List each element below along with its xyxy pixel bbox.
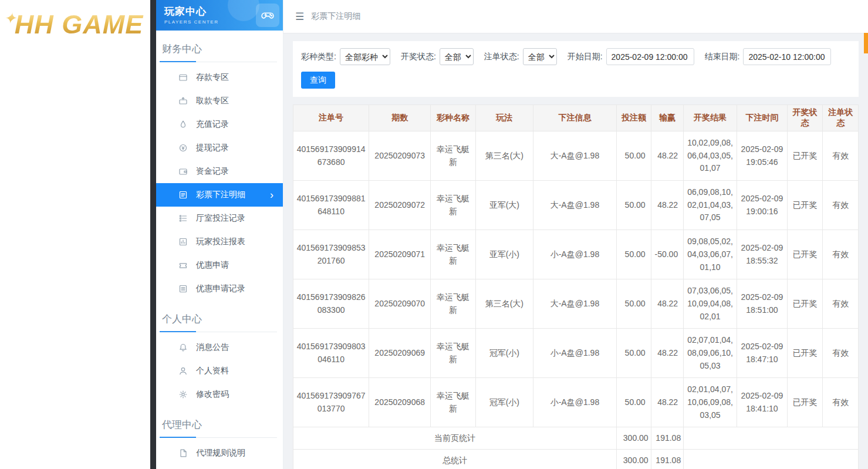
cell-amount: 50.00 — [617, 230, 651, 279]
sidebar-item-label: 提现记录 — [196, 143, 229, 153]
sidebar-nav: 财务中心存款专区取款专区充值记录提现记录资金记录彩票下注明细›厅室投注记录玩家投… — [156, 38, 283, 469]
divider-strip — [150, 0, 156, 469]
player-report-icon — [178, 237, 188, 247]
cell-play: 冠军(小) — [475, 378, 533, 427]
doc-icon — [178, 448, 188, 458]
cell-amount: 50.00 — [617, 329, 651, 378]
logo-area: ✦HH GAME — [0, 0, 150, 469]
recharge-icon — [178, 120, 188, 129]
filter-row: 彩种类型: 全部彩种 开奖状态: 全部 注单状态: 全部 开始日期: 结束日期: — [301, 48, 850, 65]
column-header: 注单号 — [293, 105, 369, 131]
total-summary-row: 总统计300.00191.08 — [293, 450, 859, 469]
table-row: 40156917390988164811020250209072幸运飞艇新亚军(… — [293, 181, 859, 230]
column-header: 下注时间 — [737, 105, 788, 131]
sidebar-item-player-report[interactable]: 玩家投注报表 — [156, 230, 283, 254]
cell-winloss: 48.22 — [651, 329, 684, 378]
app: ✦HH GAME 玩家中心 PLAYERS CENTER 财务中心存款专区取款专… — [0, 0, 868, 469]
topbar: ☰ 彩票下注明细 — [283, 0, 868, 33]
sidebar-item-lottery-detail[interactable]: 彩票下注明细› — [156, 183, 283, 207]
cell-result: 07,03,06,05,10,09,04,08,02,01 — [684, 279, 737, 329]
cell-order_status: 有效 — [823, 279, 859, 329]
sidebar-item-promo-apply[interactable]: 优惠申请 — [156, 254, 283, 277]
search-button[interactable]: 查询 — [301, 72, 335, 89]
column-header: 下注信息 — [533, 105, 616, 131]
cell-result: 06,09,08,10,02,01,04,03,07,05 — [684, 181, 737, 230]
cell-period: 20250209071 — [369, 230, 431, 279]
summary-label: 当前页统计 — [293, 427, 617, 450]
side-widget[interactable] — [864, 33, 868, 53]
user-icon — [178, 366, 188, 376]
sidebar-item-doc[interactable]: 代理规则说明 — [156, 441, 283, 465]
cell-winloss: 48.22 — [651, 131, 684, 181]
table-header-row: 注单号期数彩种名称玩法下注信息投注额输赢开奖结果下注时间开奖状态注单状态 — [293, 105, 859, 131]
summary-bet-total: 300.00 — [617, 450, 651, 469]
sidebar-item-label: 修改密码 — [196, 389, 229, 400]
column-header: 投注额 — [617, 105, 651, 131]
summary-empty — [684, 427, 859, 450]
cell-time: 2025-02-09 18:41:10 — [737, 378, 788, 427]
column-header: 玩法 — [475, 105, 533, 131]
section-title: 财务中心 — [160, 38, 277, 62]
cell-amount: 50.00 — [617, 181, 651, 230]
sidebar: 玩家中心 PLAYERS CENTER 财务中心存款专区取款专区充值记录提现记录… — [156, 0, 283, 469]
cell-order_no: 401569173909881648110 — [293, 181, 369, 230]
gear-icon — [178, 390, 188, 399]
start-date-input[interactable] — [606, 48, 694, 65]
order-status-select[interactable]: 全部 — [523, 48, 557, 65]
sidebar-item-recharge[interactable]: 充值记录 — [156, 113, 283, 136]
bets-table: 注单号期数彩种名称玩法下注信息投注额输赢开奖结果下注时间开奖状态注单状态 401… — [293, 104, 859, 469]
cell-order_no: 401569173909914673680 — [293, 131, 369, 181]
sidebar-item-label: 厅室投注记录 — [196, 213, 245, 224]
cell-order_no: 401569173909767013770 — [293, 378, 369, 427]
cell-time: 2025-02-09 18:51:00 — [737, 279, 788, 329]
cell-lottery: 幸运飞艇新 — [431, 378, 476, 427]
sidebar-item-bell[interactable]: 消息公告 — [156, 336, 283, 359]
end-date-input[interactable] — [743, 48, 831, 65]
cell-play: 亚军(小) — [475, 230, 533, 279]
cell-draw_status: 已开奖 — [787, 378, 823, 427]
start-date-label: 开始日期: — [568, 52, 603, 62]
summary-bet-total: 300.00 — [617, 427, 651, 450]
cell-time: 2025-02-09 19:00:16 — [737, 181, 788, 230]
section-title: 个人中心 — [160, 308, 277, 332]
cell-order_no: 401569173909853201760 — [293, 230, 369, 279]
sidebar-item-promo-record[interactable]: 优惠申请记录 — [156, 277, 283, 301]
cell-order_status: 有效 — [823, 230, 859, 279]
cell-period: 20250209068 — [369, 378, 431, 427]
sidebar-item-label: 取款专区 — [196, 96, 229, 106]
sidebar-item-funds[interactable]: 资金记录 — [156, 160, 283, 183]
gamepad-icon — [256, 4, 279, 27]
sidebar-item-team[interactable]: 代理团队统计 — [156, 465, 283, 469]
cell-winloss: -50.00 — [651, 230, 684, 279]
sidebar-item-gear[interactable]: 修改密码 — [156, 383, 283, 406]
sidebar-item-withdraw[interactable]: 取款专区 — [156, 89, 283, 113]
cell-lottery: 幸运飞艇新 — [431, 230, 476, 279]
cell-play: 亚军(大) — [475, 181, 533, 230]
sidebar-item-label: 玩家投注报表 — [196, 237, 245, 247]
table-row: 40156917390980304611020250209069幸运飞艇新冠军(… — [293, 329, 859, 378]
page-title: 彩票下注明细 — [311, 11, 360, 22]
sidebar-item-deposit[interactable]: 存款专区 — [156, 66, 283, 89]
cell-period: 20250209072 — [369, 181, 431, 230]
menu-icon[interactable]: ☰ — [295, 11, 304, 23]
lottery-type-select[interactable]: 全部彩种 — [340, 48, 390, 65]
brand-logo: ✦HH GAME — [4, 9, 150, 40]
column-header: 注单状态 — [823, 105, 859, 131]
cell-result: 10,02,09,08,06,04,03,05,01,07 — [684, 131, 737, 181]
sidebar-item-cashout[interactable]: 提现记录 — [156, 136, 283, 160]
cell-result: 09,08,05,02,04,03,06,07,01,10 — [684, 230, 737, 279]
draw-status-select[interactable]: 全部 — [440, 48, 474, 65]
cell-result: 02,01,04,07,10,06,09,08,03,05 — [684, 378, 737, 427]
sidebar-item-label: 资金记录 — [196, 166, 229, 177]
table-row: 40156917390985320176020250209071幸运飞艇新亚军(… — [293, 230, 859, 279]
sidebar-item-user[interactable]: 个人资料 — [156, 359, 283, 383]
cell-period: 20250209073 — [369, 131, 431, 181]
cell-order_status: 有效 — [823, 378, 859, 427]
draw-status-label: 开奖状态: — [401, 52, 436, 62]
summary-winloss-total: 191.08 — [651, 427, 684, 450]
lottery-type-label: 彩种类型: — [301, 52, 336, 62]
column-header: 开奖结果 — [684, 105, 737, 131]
sidebar-header: 玩家中心 PLAYERS CENTER — [156, 0, 283, 31]
cell-period: 20250209069 — [369, 329, 431, 378]
sidebar-item-hall-bet-record[interactable]: 厅室投注记录 — [156, 207, 283, 230]
